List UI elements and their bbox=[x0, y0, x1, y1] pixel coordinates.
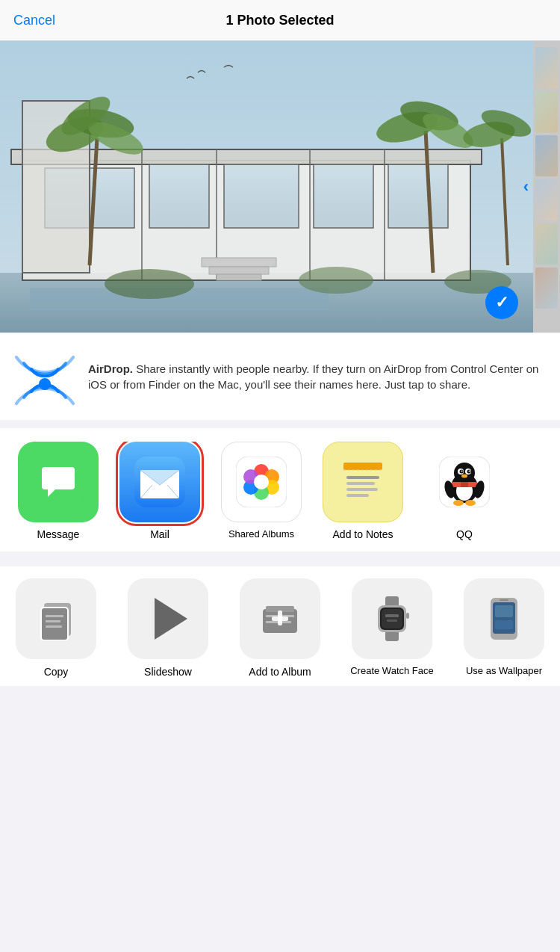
apps-section: Message bbox=[0, 428, 560, 551]
svg-rect-92 bbox=[500, 599, 508, 601]
svg-point-55 bbox=[454, 463, 475, 483]
svg-rect-8 bbox=[314, 164, 373, 228]
svg-rect-84 bbox=[382, 609, 402, 628]
app-shared-albums[interactable]: Shared Albums bbox=[214, 442, 309, 541]
section-divider bbox=[0, 420, 560, 427]
qq-icon-svg bbox=[439, 457, 490, 507]
app-qq-label: QQ bbox=[456, 528, 473, 541]
svg-rect-64 bbox=[461, 482, 468, 487]
actions-section: Copy Slideshow Add to Album bbox=[0, 566, 560, 686]
action-copy-label: Copy bbox=[44, 665, 69, 679]
photo-thumbnail-strip bbox=[533, 41, 560, 333]
app-notes-label: Add to Notes bbox=[333, 528, 393, 541]
action-slideshow[interactable]: Slideshow bbox=[112, 578, 224, 679]
play-icon bbox=[155, 598, 187, 640]
svg-rect-50 bbox=[346, 488, 378, 491]
svg-rect-46 bbox=[343, 463, 382, 470]
section-divider-2 bbox=[0, 551, 560, 559]
app-qq[interactable]: QQ bbox=[417, 442, 512, 541]
photos-icon-svg bbox=[236, 457, 287, 507]
svg-point-62 bbox=[461, 475, 467, 478]
action-copy[interactable]: Copy bbox=[0, 578, 112, 679]
svg-rect-79 bbox=[272, 616, 288, 621]
svg-rect-7 bbox=[224, 164, 299, 228]
add-to-album-icon-box bbox=[240, 578, 320, 659]
add-to-album-icon-svg bbox=[260, 599, 300, 639]
header: Cancel 1 Photo Selected bbox=[0, 0, 560, 41]
thumbnail-item[interactable] bbox=[535, 91, 558, 132]
svg-point-44 bbox=[254, 475, 269, 489]
apps-row: Message bbox=[0, 442, 523, 541]
svg-rect-93 bbox=[495, 605, 513, 617]
svg-rect-86 bbox=[387, 619, 397, 622]
svg-rect-49 bbox=[346, 482, 375, 485]
app-message[interactable]: Message bbox=[10, 442, 106, 541]
watch-icon-svg bbox=[375, 596, 409, 641]
svg-rect-81 bbox=[385, 631, 399, 641]
svg-rect-73 bbox=[46, 625, 62, 628]
main-photo[interactable] bbox=[0, 41, 536, 333]
svg-rect-32 bbox=[217, 274, 261, 280]
svg-rect-6 bbox=[149, 164, 209, 228]
svg-rect-30 bbox=[202, 258, 276, 267]
qq-app-icon bbox=[424, 442, 505, 522]
notes-icon-svg bbox=[337, 457, 388, 507]
photos-app-icon bbox=[221, 442, 302, 522]
svg-point-28 bbox=[299, 267, 373, 294]
svg-rect-72 bbox=[46, 620, 60, 622]
action-create-watch-face[interactable]: Create Watch Face bbox=[336, 578, 448, 679]
action-add-to-album[interactable]: Add to Album bbox=[224, 578, 336, 679]
wallpaper-icon-svg bbox=[488, 596, 520, 641]
slideshow-icon-box bbox=[128, 578, 208, 659]
bottom-safe-area bbox=[0, 686, 560, 701]
create-watch-face-icon-box bbox=[352, 578, 432, 659]
thumbnail-item[interactable] bbox=[535, 268, 558, 309]
action-use-as-wallpaper-label: Use as Wallpaper bbox=[466, 665, 542, 678]
svg-point-61 bbox=[469, 471, 470, 472]
mail-icon-svg bbox=[134, 457, 185, 507]
use-as-wallpaper-icon-box bbox=[464, 578, 544, 659]
app-add-to-notes[interactable]: Add to Notes bbox=[315, 442, 411, 541]
airdrop-description: AirDrop. Share instantly with people nea… bbox=[88, 361, 545, 392]
svg-rect-51 bbox=[346, 494, 369, 497]
svg-rect-85 bbox=[385, 614, 399, 617]
app-message-label: Message bbox=[37, 528, 80, 541]
thumbnail-item[interactable] bbox=[535, 47, 558, 88]
photo-selected-checkmark bbox=[485, 286, 518, 319]
photo-illustration bbox=[0, 41, 536, 333]
app-shared-albums-label: Shared Albums bbox=[228, 528, 294, 540]
action-use-as-wallpaper[interactable]: Use as Wallpaper bbox=[448, 578, 560, 679]
svg-point-68 bbox=[465, 500, 476, 506]
svg-rect-9 bbox=[388, 164, 448, 228]
svg-rect-94 bbox=[495, 620, 513, 629]
copy-icon-box bbox=[16, 578, 96, 659]
thumbnail-item[interactable] bbox=[535, 179, 558, 220]
app-mail[interactable]: Mail bbox=[112, 442, 208, 541]
thumbnail-item[interactable] bbox=[535, 135, 558, 176]
app-mail-label: Mail bbox=[150, 528, 169, 541]
notes-app-icon bbox=[323, 442, 403, 522]
airdrop-section: AirDrop. Share instantly with people nea… bbox=[0, 333, 560, 420]
copy-icon-svg bbox=[37, 597, 75, 640]
thumbnail-item[interactable] bbox=[535, 223, 558, 265]
mail-app-icon bbox=[119, 442, 200, 522]
svg-point-60 bbox=[461, 471, 463, 472]
cancel-button[interactable]: Cancel bbox=[13, 13, 55, 28]
chevron-left-icon[interactable]: ‹ bbox=[523, 177, 529, 197]
svg-rect-87 bbox=[406, 613, 409, 619]
svg-point-27 bbox=[105, 269, 194, 299]
svg-rect-48 bbox=[346, 476, 379, 479]
svg-rect-71 bbox=[46, 615, 63, 617]
message-icon-svg bbox=[33, 457, 84, 507]
photo-area: ‹ bbox=[0, 41, 560, 333]
page-title: 1 Photo Selected bbox=[225, 13, 334, 28]
message-app-icon bbox=[18, 442, 99, 522]
airdrop-icon bbox=[15, 347, 75, 407]
svg-rect-80 bbox=[385, 596, 399, 607]
action-add-to-album-label: Add to Album bbox=[249, 665, 311, 679]
action-create-watch-face-label: Create Watch Face bbox=[350, 665, 434, 678]
svg-rect-31 bbox=[209, 267, 269, 274]
action-slideshow-label: Slideshow bbox=[144, 665, 192, 679]
svg-point-67 bbox=[453, 500, 464, 506]
svg-rect-70 bbox=[41, 608, 68, 640]
